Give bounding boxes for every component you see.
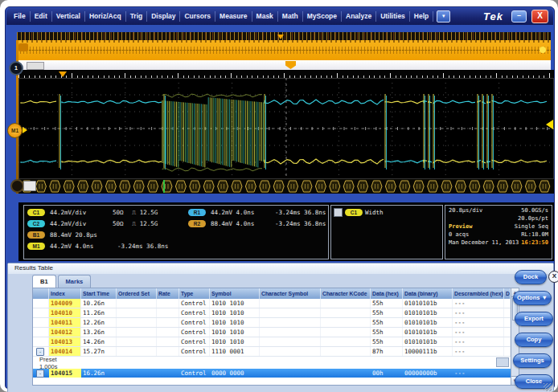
panel-close-x-button[interactable]: X [548, 271, 558, 283]
waveform-display[interactable] [18, 70, 554, 194]
cell-icon: - [33, 347, 49, 356]
menu-items: FileEditVerticalHoriz/AcqTrigDisplayCurs… [10, 11, 433, 22]
close-button[interactable]: X [531, 10, 548, 23]
cell-start: 13.26n [81, 328, 117, 337]
zoom-position-bar[interactable] [17, 60, 551, 70]
channel-badge-r1: R1 [188, 209, 206, 216]
copy-button[interactable]: Copy [515, 333, 553, 347]
waveform-overview-strip[interactable] [17, 40, 551, 60]
column-header-data-hex-[interactable]: Data (hex) [371, 288, 403, 299]
resize-grip[interactable] [544, 383, 552, 391]
channel-badge-m1: M1 [27, 243, 45, 250]
math-marker-badge[interactable]: M1 [7, 123, 23, 138]
column-header-data-binary-[interactable]: Data (binary) [403, 288, 453, 299]
cell-hex: 55h [371, 308, 403, 317]
column-header-type[interactable]: Type [179, 288, 210, 299]
menu-item-display[interactable]: Display [147, 11, 180, 22]
selected-table-row[interactable]: -10401516.26nControl0000 000000h00000000… [33, 369, 511, 378]
menu-item-edit[interactable]: Edit [31, 11, 52, 22]
cell-d [504, 369, 511, 378]
menu-item-mask[interactable]: Mask [252, 11, 278, 22]
channel-badge-c1: C1 [27, 209, 45, 216]
column-header-symbol[interactable]: Symbol [210, 288, 260, 299]
column-header-d[interactable]: D [504, 288, 511, 299]
overview-left-handle[interactable] [18, 43, 28, 51]
menu-dropdown-button[interactable]: ▼ [437, 10, 450, 22]
cell-rate [157, 328, 179, 337]
table-row[interactable]: 10401112.26nControl1010 101055h01010101b… [33, 318, 511, 328]
menu-item-file[interactable]: File [10, 11, 31, 22]
cell-type: Control [179, 328, 210, 337]
resolution: 20.0ps/pt [518, 215, 548, 222]
cell-start: 11.26n [81, 308, 117, 317]
cell-type: Control [179, 308, 210, 317]
column-header-ordered-set[interactable]: Ordered Set [117, 288, 157, 299]
cell-bin: 01010101b [403, 337, 453, 346]
cell-hex: 00h [371, 369, 403, 378]
menu-item-cursors[interactable]: Cursors [180, 11, 215, 22]
menu-item-utilities[interactable]: Utilities [376, 11, 410, 22]
termination: 50Ω [113, 220, 124, 227]
cell-chsym [260, 369, 321, 378]
settings-button[interactable]: Settings [513, 353, 552, 368]
table-row[interactable]: 10401314.26nControl1010 101055h01010101b… [33, 337, 511, 347]
bus-label-tag [23, 181, 36, 191]
table-row[interactable]: -10401415.27nControl1110 000187h10000111… [33, 347, 511, 357]
trigger-position-icon[interactable] [285, 61, 296, 69]
menu-item-vertical[interactable]: Vertical [52, 11, 85, 22]
bus-decode-track[interactable] [18, 179, 554, 194]
cell-rate [157, 347, 179, 356]
column-header-character-kcode[interactable]: Character KCode [321, 288, 371, 299]
ref-scale: 44.2mV 4.0ns [211, 209, 254, 216]
row-expand-icon[interactable]: - [36, 370, 44, 378]
menu-item-help[interactable]: Help [410, 11, 433, 22]
zoom-window-handle[interactable] [27, 62, 44, 70]
column-header-start-time[interactable]: Start Time [81, 288, 117, 299]
cell-type: Control [179, 369, 210, 378]
column-header-rate[interactable]: Rate [157, 288, 179, 299]
horizontal-scrollbar[interactable] [496, 357, 509, 367]
cell-d [504, 328, 511, 337]
menu-item-math[interactable]: Math [278, 11, 303, 22]
column-header-icon[interactable] [33, 288, 49, 299]
results-table[interactable]: IndexStart TimeOrdered SetRateTypeSymbol… [32, 288, 511, 386]
column-header-descrambled-hex-[interactable]: Descrambled (hex) [453, 288, 504, 299]
tab-b1[interactable]: B1 [32, 275, 56, 288]
options-button[interactable]: Options ▼ [513, 291, 552, 305]
table-row[interactable]: 10401213.26nControl1010 101055h01010101b… [33, 328, 511, 337]
cell-oset [117, 318, 157, 327]
cell-symbol: 1010 1010 [210, 308, 260, 317]
minimize-button[interactable]: – [511, 10, 527, 22]
trigger-level-marker-icon[interactable] [59, 71, 67, 77]
horizontal-scale: 20.8µs/div [449, 207, 482, 214]
cell-icon [33, 318, 49, 327]
table-row[interactable]: 10400910.26nControl1010 101055h01010101b… [33, 299, 511, 308]
cell-desc: --- [453, 328, 504, 337]
cell-type: Control [179, 318, 210, 327]
ref-scale: 88.4mV 4.0ns [211, 220, 254, 227]
math-marker-arrow-icon [23, 127, 27, 133]
column-header-character-symbol[interactable]: Character Symbol [260, 288, 321, 299]
bus-marker-badge[interactable] [10, 179, 24, 193]
menu-item-horizacq[interactable]: Horiz/Acq [85, 11, 126, 22]
dock-button[interactable]: Dock [515, 270, 547, 284]
cell-start: 10.26n [81, 299, 117, 308]
menu-item-measure[interactable]: Measure [215, 11, 252, 22]
export-button[interactable]: Export [515, 312, 553, 326]
right-edge-level-arrow-icon[interactable] [546, 120, 553, 129]
cell-start: 16.26n [81, 369, 117, 378]
menu-item-analyze[interactable]: Analyze [342, 11, 376, 22]
oscilloscope-screen: FileEditVerticalHoriz/AcqTrigDisplayCurs… [0, 0, 558, 392]
menu-item-trig[interactable]: Trig [126, 11, 148, 22]
bandwidth: ⎍ 12.5G [132, 220, 158, 228]
menu-item-myscope[interactable]: MyScope [303, 11, 342, 22]
column-header-index[interactable]: Index [49, 288, 81, 299]
zoom1-badge[interactable]: 1 [9, 61, 23, 76]
tab-marks[interactable]: Marks [58, 275, 92, 288]
cell-d [504, 347, 511, 356]
measurement-checkbox[interactable] [334, 208, 343, 217]
table-row[interactable]: 10401011.26nControl1010 101055h01010101b… [33, 308, 511, 318]
overview-trigger-marker-icon[interactable] [277, 35, 284, 39]
row-expand-icon[interactable]: - [36, 348, 44, 356]
cell-symbol: 1010 1010 [210, 299, 260, 308]
